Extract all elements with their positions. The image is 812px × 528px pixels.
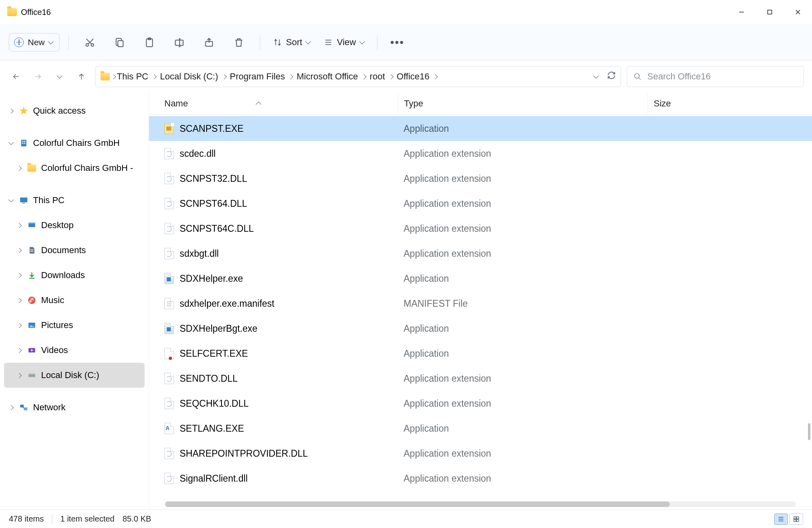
file-row[interactable]: SETLANG.EXEApplication [149,416,812,441]
file-type: Application extension [398,373,648,384]
svg-rect-40 [29,373,35,374]
chevron-right-icon [8,405,14,410]
file-row[interactable]: SENDTO.DLLApplication extension [149,366,812,391]
file-row[interactable]: SCNPST32.DLLApplication extension [149,166,812,191]
chevron-down-icon[interactable] [593,73,599,79]
sort-button[interactable]: Sort [269,37,314,48]
svg-rect-8 [118,40,123,46]
file-name: SENDTO.DLL [180,373,238,384]
svg-rect-25 [22,143,23,144]
breadcrumb-item[interactable]: Local Disk (C:) [160,71,218,82]
column-header-type[interactable]: Type [398,93,648,114]
file-row[interactable]: SDXHelperBgt.exeApplication [149,316,812,341]
file-row[interactable]: SDXHelper.exeApplication [149,266,812,291]
minimize-button[interactable] [727,0,756,24]
chevron-right-icon [288,74,294,79]
sidebar-item-videos[interactable]: Videos [4,338,145,363]
sidebar-item-company-sub[interactable]: Colorful Chairs GmbH - [4,156,145,181]
refresh-button[interactable] [607,71,616,82]
new-button[interactable]: New [9,33,60,52]
file-row[interactable]: SignalRClient.dllApplication extension [149,466,812,491]
sidebar-item-documents[interactable]: Documents [4,238,145,263]
column-label: Name [164,98,188,109]
vertical-scrollbar[interactable] [808,423,810,440]
file-name: SDXHelper.exe [180,273,243,284]
column-header-size[interactable]: Size [648,93,671,114]
sidebar-label: Videos [41,345,68,355]
chevron-right-icon [111,74,116,79]
delete-button[interactable] [227,30,251,54]
breadcrumb-item[interactable]: Office16 [397,71,430,82]
chevron-right-icon [17,223,22,228]
new-label: New [28,37,45,47]
separator [260,35,260,50]
close-button[interactable] [784,0,812,24]
file-row[interactable]: sdxhelper.exe.manifestMANIFEST File [149,291,812,316]
separator [52,515,52,524]
svg-rect-50 [797,519,799,521]
back-button[interactable] [8,69,24,85]
sidebar-item-quick-access[interactable]: Quick access [4,98,145,123]
paste-button[interactable] [137,30,162,54]
file-name: SCNPST32.DLL [180,173,247,184]
sidebar-item-desktop[interactable]: Desktop [4,213,145,238]
sidebar-item-music[interactable]: Music [4,288,145,313]
address-bar[interactable]: This PCLocal Disk (C:)Program FilesMicro… [95,66,621,87]
file-row[interactable]: SCANPST.EXEApplication [149,116,812,141]
search-box[interactable] [627,66,804,87]
breadcrumb-item[interactable]: Program Files [230,71,285,82]
file-icon [164,298,174,309]
file-row[interactable]: SELFCERT.EXEApplication [149,341,812,366]
file-row[interactable]: SHAREPOINTPROVIDER.DLLApplication extens… [149,441,812,466]
svg-point-33 [28,297,35,304]
breadcrumb-item[interactable]: Microsoft Office [296,71,358,82]
rename-button[interactable] [167,30,191,54]
sidebar-label: Music [41,295,64,306]
search-input[interactable] [647,71,797,82]
sidebar-item-this-pc[interactable]: This PC [4,188,145,213]
file-row[interactable]: SCNPST64.DLLApplication extension [149,191,812,216]
large-icons-view-button[interactable] [789,513,803,525]
sort-ascending-icon [256,101,261,107]
status-items-count: 478 items [9,514,44,524]
view-button[interactable]: View [320,37,368,48]
title-bar: Office16 [0,0,812,24]
sidebar-item-company[interactable]: Colorful Chairs GmbH [4,131,145,156]
maximize-button[interactable] [756,0,784,24]
more-button[interactable]: ••• [386,36,408,49]
sidebar-item-local-disk[interactable]: Local Disk (C:) [4,363,145,388]
file-row[interactable]: SCNPST64C.DLLApplication extension [149,216,812,241]
sidebar-label: Colorful Chairs GmbH [33,138,120,148]
chevron-down-icon [8,140,14,145]
file-list: Name Type Size SCANPST.EXEApplicationscd… [149,93,812,509]
horizontal-scrollbar[interactable] [165,501,796,507]
sidebar-item-downloads[interactable]: Downloads [4,263,145,288]
column-label: Type [404,98,423,109]
sidebar-item-pictures[interactable]: Pictures [4,313,145,338]
history-dropdown[interactable] [52,69,68,85]
details-view-button[interactable] [774,513,788,525]
file-row[interactable]: scdec.dllApplication extension [149,141,812,166]
file-row[interactable]: sdxbgt.dllApplication extension [149,241,812,266]
file-type: Application [398,273,648,284]
file-row[interactable]: SEQCHK10.DLLApplication extension [149,391,812,416]
svg-rect-27 [20,197,27,202]
sidebar-item-network[interactable]: Network [4,395,145,420]
status-selection: 1 item selected [60,514,115,524]
share-button[interactable] [197,30,221,54]
up-button[interactable] [73,69,89,85]
column-label: Size [654,98,671,109]
file-icon [164,373,174,384]
file-name: SETLANG.EXE [180,423,244,434]
copy-button[interactable] [108,30,132,54]
column-header-name[interactable]: Name [164,98,398,109]
plus-icon [14,37,24,47]
cut-button[interactable] [78,30,102,54]
pictures-icon [27,320,37,331]
window-title: Office16 [21,8,51,17]
separator [68,35,69,50]
breadcrumb-item[interactable]: root [370,71,385,82]
forward-button[interactable] [30,69,46,85]
scrollbar-thumb[interactable] [165,501,670,507]
breadcrumb-item[interactable]: This PC [117,71,148,82]
